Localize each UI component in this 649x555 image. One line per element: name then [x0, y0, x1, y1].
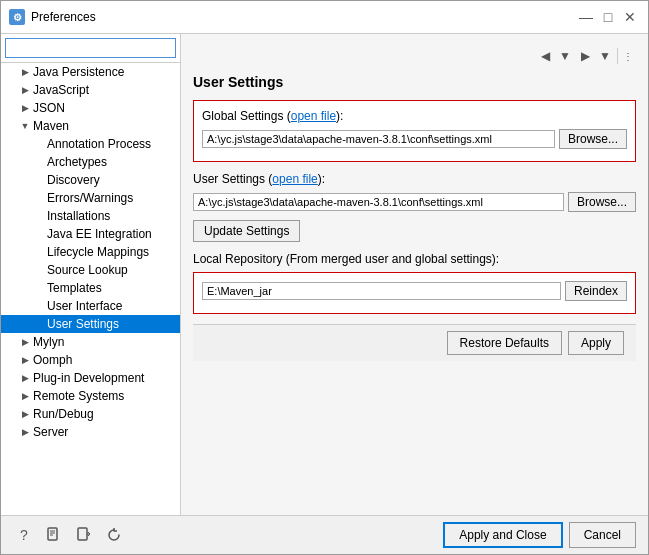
close-button[interactable]: ✕ [620, 7, 640, 27]
refresh-icon[interactable] [103, 524, 125, 546]
sidebar-item-oomph[interactable]: ▶ Oomph [1, 351, 180, 369]
sidebar-item-label: Oomph [33, 353, 72, 367]
right-panel: ◀ ▼ ▶ ▼ ⋮ User Settings Global Settings … [181, 34, 648, 515]
sidebar-item-label: Lifecycle Mappings [47, 245, 149, 259]
sidebar-item-errors-warnings[interactable]: Errors/Warnings [1, 189, 180, 207]
minimize-button[interactable]: — [576, 7, 596, 27]
user-settings-section: User Settings (open file): Browse... Upd… [193, 172, 636, 242]
sidebar: ▶ Java Persistence ▶ JavaScript ▶ JSON ▼… [1, 34, 181, 515]
global-file-row: Browse... [202, 129, 627, 149]
nav-forward-dropdown-button[interactable]: ▼ [595, 46, 615, 66]
expand-icon [33, 174, 45, 186]
export-icon[interactable] [73, 524, 95, 546]
sidebar-item-label: Maven [33, 119, 69, 133]
nav-row: ◀ ▼ ▶ ▼ ⋮ [193, 46, 636, 66]
cancel-button[interactable]: Cancel [569, 522, 636, 548]
global-settings-text: Global Settings ( [202, 109, 291, 123]
footer-bar: ? Apply and Close Cancel [1, 515, 648, 554]
window-title: Preferences [31, 10, 96, 24]
expand-icon: ▶ [19, 426, 31, 438]
sidebar-item-java-persistence[interactable]: ▶ Java Persistence [1, 63, 180, 81]
svg-rect-0 [48, 528, 57, 540]
sidebar-item-user-settings[interactable]: User Settings [1, 315, 180, 333]
nav-forward-button[interactable]: ▶ [575, 46, 595, 66]
sidebar-item-javascript[interactable]: ▶ JavaScript [1, 81, 180, 99]
local-repo-label: Local Repository (From merged user and g… [193, 252, 636, 266]
sidebar-item-source-lookup[interactable]: Source Lookup [1, 261, 180, 279]
local-repo-input[interactable] [202, 282, 561, 300]
sidebar-item-maven[interactable]: ▼ Maven [1, 117, 180, 135]
sidebar-item-label: JSON [33, 101, 65, 115]
update-settings-button[interactable]: Update Settings [193, 220, 300, 242]
sidebar-item-remote-systems[interactable]: ▶ Remote Systems [1, 387, 180, 405]
sidebar-item-label: Source Lookup [47, 263, 128, 277]
reindex-button[interactable]: Reindex [565, 281, 627, 301]
title-bar-left: ⚙ Preferences [9, 9, 96, 25]
global-settings-label: Global Settings (open file): [202, 109, 627, 123]
user-settings-text: User Settings ( [193, 172, 272, 186]
sidebar-item-label: Annotation Process [47, 137, 151, 151]
nav-back-button[interactable]: ◀ [535, 46, 555, 66]
expand-icon: ▶ [19, 66, 31, 78]
user-open-file-link[interactable]: open file [272, 172, 317, 186]
user-settings-text2: ): [318, 172, 325, 186]
sidebar-item-label: Mylyn [33, 335, 64, 349]
sidebar-item-mylyn[interactable]: ▶ Mylyn [1, 333, 180, 351]
local-repo-box: Reindex [193, 272, 636, 314]
sidebar-item-label: Plug-in Development [33, 371, 144, 385]
expand-icon: ▶ [19, 372, 31, 384]
tree: ▶ Java Persistence ▶ JavaScript ▶ JSON ▼… [1, 63, 180, 515]
sidebar-item-templates[interactable]: Templates [1, 279, 180, 297]
restore-defaults-button[interactable]: Restore Defaults [447, 331, 562, 355]
sidebar-item-label: Errors/Warnings [47, 191, 133, 205]
expand-icon: ▼ [19, 120, 31, 132]
sidebar-item-label: JavaScript [33, 83, 89, 97]
sidebar-item-lifecycle-mappings[interactable]: Lifecycle Mappings [1, 243, 180, 261]
expand-icon [33, 192, 45, 204]
expand-icon [33, 210, 45, 222]
global-file-input[interactable] [202, 130, 555, 148]
sidebar-item-json[interactable]: ▶ JSON [1, 99, 180, 117]
maximize-button[interactable]: □ [598, 7, 618, 27]
expand-icon [33, 246, 45, 258]
help-icon[interactable]: ? [13, 524, 35, 546]
nav-menu-button[interactable]: ⋮ [620, 46, 636, 66]
sidebar-item-label: Remote Systems [33, 389, 124, 403]
sidebar-item-annotation-process[interactable]: Annotation Process [1, 135, 180, 153]
preferences-window: ⚙ Preferences — □ ✕ ▶ Java Persistence ▶… [0, 0, 649, 555]
sidebar-item-installations[interactable]: Installations [1, 207, 180, 225]
document-icon[interactable] [43, 524, 65, 546]
global-browse-button[interactable]: Browse... [559, 129, 627, 149]
global-settings-section: Global Settings (open file): Browse... [193, 100, 636, 162]
expand-icon [33, 318, 45, 330]
sidebar-item-label: User Interface [47, 299, 122, 313]
expand-icon: ▶ [19, 102, 31, 114]
expand-icon: ▶ [19, 84, 31, 96]
expand-icon: ▶ [19, 336, 31, 348]
expand-icon: ▶ [19, 354, 31, 366]
apply-close-button[interactable]: Apply and Close [443, 522, 562, 548]
sidebar-item-label: Discovery [47, 173, 100, 187]
apply-button[interactable]: Apply [568, 331, 624, 355]
user-browse-button[interactable]: Browse... [568, 192, 636, 212]
search-input[interactable] [5, 38, 176, 58]
sidebar-item-run-debug[interactable]: ▶ Run/Debug [1, 405, 180, 423]
sidebar-item-user-interface[interactable]: User Interface [1, 297, 180, 315]
sidebar-item-label: Java Persistence [33, 65, 124, 79]
user-file-input[interactable] [193, 193, 564, 211]
sidebar-item-label: Run/Debug [33, 407, 94, 421]
sidebar-item-archetypes[interactable]: Archetypes [1, 153, 180, 171]
footer-icons: ? [13, 524, 125, 546]
sidebar-item-discovery[interactable]: Discovery [1, 171, 180, 189]
search-box [1, 34, 180, 63]
nav-separator [617, 48, 618, 64]
sidebar-item-plug-in-development[interactable]: ▶ Plug-in Development [1, 369, 180, 387]
global-open-file-link[interactable]: open file [291, 109, 336, 123]
expand-icon [33, 228, 45, 240]
footer-actions: Apply and Close Cancel [443, 522, 636, 548]
user-settings-label: User Settings (open file): [193, 172, 636, 186]
svg-rect-4 [78, 528, 87, 540]
sidebar-item-server[interactable]: ▶ Server [1, 423, 180, 441]
sidebar-item-java-ee-integration[interactable]: Java EE Integration [1, 225, 180, 243]
nav-dropdown-button[interactable]: ▼ [555, 46, 575, 66]
